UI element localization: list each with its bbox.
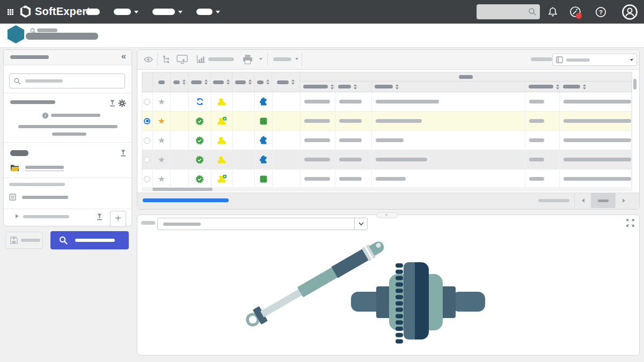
column-header-col-8[interactable]: [272, 72, 300, 92]
printer-icon[interactable]: [243, 55, 253, 64]
table-row[interactable]: ★: [142, 112, 632, 131]
collapsed-section-greeked: [23, 215, 69, 218]
table-cell: [372, 112, 525, 130]
sort-icon[interactable]: [556, 84, 559, 90]
cell-text-greeked: [304, 177, 330, 181]
favorite-star-icon[interactable]: ★: [158, 175, 165, 183]
column-header-col-e[interactable]: [560, 82, 632, 92]
horizontal-scrollbar[interactable]: [142, 187, 632, 191]
apply-search-button[interactable]: [50, 231, 129, 249]
table-row[interactable]: ★: [142, 131, 632, 150]
table-row[interactable]: ★: [142, 92, 632, 112]
settings-gear-icon[interactable]: [118, 99, 126, 107]
link-puzzle-icon: [260, 136, 267, 144]
column-header-col-3[interactable]: [171, 72, 189, 92]
column-header-col-6[interactable]: [232, 72, 255, 92]
next-page-button[interactable]: [615, 193, 632, 208]
horizontal-scrollbar-thumb[interactable]: [152, 188, 213, 191]
table-cell: [301, 112, 335, 130]
folder-link[interactable]: [25, 166, 64, 171]
footer-link-greeked[interactable]: [143, 198, 229, 202]
favorite-star-icon[interactable]: ★: [158, 136, 165, 145]
previous-page-button[interactable]: [574, 193, 591, 208]
cell-text-greeked: [529, 177, 544, 181]
sort-icon[interactable]: [248, 79, 252, 85]
sort-icon[interactable]: [182, 79, 186, 85]
sort-icon[interactable]: [204, 79, 208, 85]
save-search-button[interactable]: [5, 232, 43, 249]
panel-resize-handle[interactable]: [376, 212, 398, 218]
detail-dropdown-button[interactable]: [354, 218, 367, 230]
clear-filter-icon[interactable]: [109, 100, 116, 107]
help-icon: ?: [595, 6, 606, 18]
favorite-star-icon[interactable]: ★: [158, 117, 165, 125]
clear-filter-icon[interactable]: [120, 150, 127, 157]
chart-icon[interactable]: [196, 55, 205, 63]
view-eye-icon[interactable]: [144, 56, 153, 63]
row-select-radio[interactable]: [144, 157, 150, 163]
column-label-greeked: [303, 85, 328, 88]
apps-grid-icon[interactable]: [8, 9, 13, 15]
detail-view-dropdown[interactable]: [157, 218, 368, 230]
sidebar-header: «: [4, 50, 131, 65]
filter-line-greeked: [52, 132, 86, 136]
table-cell: ★: [153, 112, 171, 130]
table-cell: [142, 150, 153, 169]
row-select-radio[interactable]: [144, 137, 150, 144]
sort-icon[interactable]: [291, 79, 295, 85]
sort-icon[interactable]: [226, 79, 230, 85]
toolbar-dropdown-caret-icon[interactable]: [295, 58, 298, 60]
column-header-status[interactable]: [188, 72, 211, 92]
view-selector-dropdown[interactable]: [552, 54, 637, 66]
table-cell: ★: [153, 150, 171, 169]
sort-icon[interactable]: [583, 84, 586, 90]
hierarchy-tree-icon[interactable]: [163, 55, 170, 63]
column-header-col-d[interactable]: [525, 82, 560, 92]
monitor-view-icon[interactable]: [177, 55, 188, 64]
search-icon: [59, 236, 68, 245]
printer-menu-caret-icon[interactable]: [259, 58, 262, 60]
cell-text-greeked: [304, 100, 330, 104]
table-cell: [335, 150, 372, 169]
column-label-greeked: [158, 80, 165, 84]
nav-menu-item-3[interactable]: [152, 9, 182, 15]
favorite-star-icon[interactable]: ★: [158, 98, 165, 106]
table-cell: [171, 169, 189, 187]
sort-icon[interactable]: [354, 84, 357, 90]
help-button[interactable]: ?: [595, 0, 606, 24]
column-header-col-b[interactable]: [335, 82, 371, 92]
brand-logo[interactable]: SoftExpert: [19, 5, 90, 18]
menu-label-greeked: [114, 9, 131, 15]
sort-icon[interactable]: [396, 84, 399, 90]
sort-icon[interactable]: [266, 79, 269, 85]
nav-menu-item-2[interactable]: [114, 9, 138, 15]
sidebar-search-input[interactable]: [9, 73, 125, 88]
asset-type-icon: [217, 98, 226, 106]
expand-section-arrow-icon[interactable]: [16, 214, 19, 218]
collapse-sidebar-icon[interactable]: «: [121, 51, 126, 61]
favorite-star-icon[interactable]: ★: [158, 156, 165, 164]
column-header-link-type[interactable]: [255, 72, 273, 92]
column-header-asset-type[interactable]: [211, 72, 232, 92]
column-header-col-a[interactable]: [300, 82, 335, 92]
column-header-col-c[interactable]: [371, 82, 525, 92]
row-select-radio[interactable]: [144, 99, 150, 105]
vertical-scrollbar-thumb[interactable]: [633, 79, 636, 90]
asset-type-icon: [217, 117, 226, 125]
global-search-input[interactable]: [477, 4, 540, 19]
table-row[interactable]: ★: [142, 150, 632, 169]
row-select-radio[interactable]: [144, 118, 150, 124]
expand-fullscreen-icon[interactable]: [626, 219, 634, 227]
notifications-button[interactable]: [547, 0, 558, 24]
assistant-button[interactable]: [569, 0, 581, 24]
cell-text-greeked: [564, 158, 631, 161]
sort-icon[interactable]: [331, 84, 334, 90]
row-select-radio[interactable]: [144, 176, 150, 182]
add-filter-button[interactable]: +: [110, 211, 126, 227]
nav-menu-item-4[interactable]: [196, 9, 220, 15]
caret-down-icon: [216, 11, 220, 13]
nav-menu-item-1[interactable]: [86, 9, 100, 15]
account-button[interactable]: [622, 0, 638, 24]
table-row[interactable]: ★: [142, 169, 632, 187]
clear-filter-icon[interactable]: [96, 213, 103, 220]
